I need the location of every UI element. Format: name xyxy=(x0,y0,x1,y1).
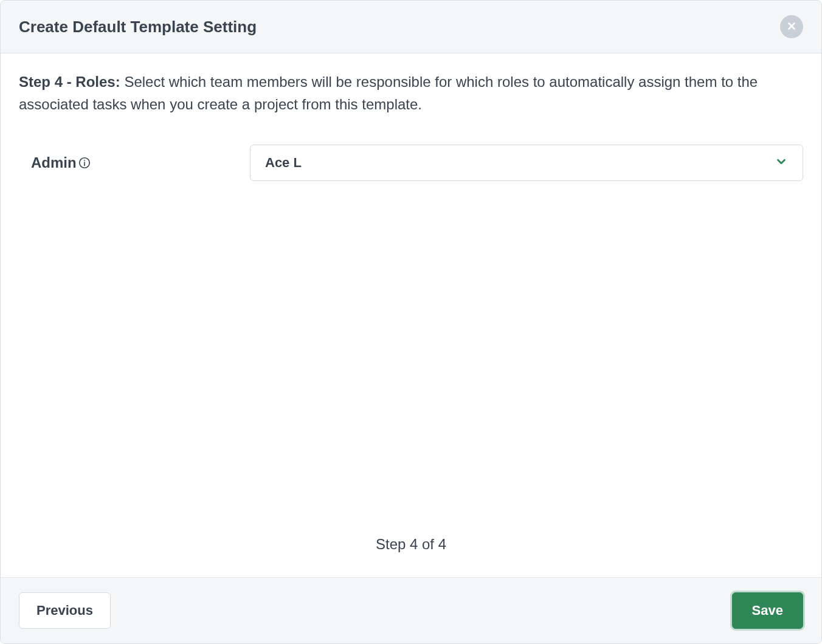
modal-footer: Previous Save xyxy=(1,577,821,643)
step-indicator: Step 4 of 4 xyxy=(376,536,446,552)
svg-point-4 xyxy=(84,160,85,161)
modal-dialog: Create Default Template Setting Step 4 -… xyxy=(0,0,822,644)
previous-button[interactable]: Previous xyxy=(19,592,111,629)
info-icon[interactable] xyxy=(78,156,91,170)
admin-dropdown[interactable]: Ace L xyxy=(250,145,803,181)
modal-title: Create Default Template Setting xyxy=(19,18,257,36)
step-indicator-container: Step 4 of 4 xyxy=(19,536,803,565)
modal-body: Step 4 - Roles: Select which team member… xyxy=(1,53,821,577)
role-label: Admin xyxy=(31,154,250,171)
dropdown-selected-value: Ace L xyxy=(265,155,302,171)
step-description-text: Select which team members will be respon… xyxy=(19,74,758,112)
step-description: Step 4 - Roles: Select which team member… xyxy=(19,70,803,115)
step-prefix: Step 4 - Roles: xyxy=(19,74,124,90)
role-label-text: Admin xyxy=(31,154,77,171)
chevron-down-icon xyxy=(775,155,788,171)
role-row: Admin Ace L xyxy=(19,145,803,181)
close-button[interactable] xyxy=(780,15,803,38)
save-button[interactable]: Save xyxy=(732,592,803,629)
close-icon xyxy=(786,21,797,33)
modal-header: Create Default Template Setting xyxy=(1,1,821,53)
